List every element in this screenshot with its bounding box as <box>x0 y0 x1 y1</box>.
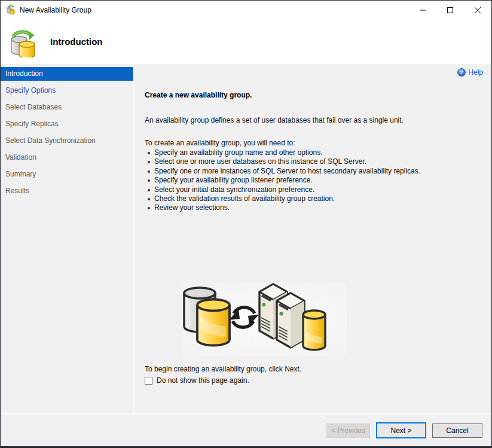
database-replication-icon <box>8 29 37 57</box>
next-button[interactable]: Next > <box>376 422 426 438</box>
sidebar-item-select-databases[interactable]: Select Databases <box>1 100 133 114</box>
help-link[interactable]: ? Help <box>457 68 483 77</box>
wizard-header: Introduction <box>1 19 491 64</box>
bullet-item: Specify an availability group name and o… <box>145 148 420 157</box>
bullet-item: Select one or more user databases on thi… <box>145 157 420 166</box>
do-not-show-checkbox-row[interactable]: Do not show this page again. <box>145 376 249 385</box>
new-availability-group-wizard: New Availability Group <box>0 0 492 448</box>
titlebar: New Availability Group <box>1 1 491 19</box>
bullet-item: Specify your availability group listener… <box>145 176 420 185</box>
bullet-item: Select your initial data synchronization… <box>145 185 420 194</box>
list-intro: To create an availability group, you wil… <box>145 139 295 147</box>
app-icon <box>6 5 16 15</box>
cancel-button[interactable]: Cancel <box>432 423 482 438</box>
sidebar-item-results[interactable]: Results <box>1 184 133 198</box>
close-button[interactable] <box>464 1 491 19</box>
minimize-icon <box>420 7 426 13</box>
sidebar-item-validation[interactable]: Validation <box>1 151 133 164</box>
do-not-show-checkbox[interactable] <box>145 377 152 385</box>
intro-paragraph: An availability group defines a set of u… <box>145 116 404 124</box>
wizard-steps-sidebar: Introduction Specify Options Select Data… <box>1 64 135 413</box>
bullet-item: Check the validation results of availabi… <box>145 194 420 203</box>
wizard-body: Introduction Specify Options Select Data… <box>1 64 491 413</box>
svg-text:?: ? <box>460 69 463 75</box>
maximize-icon <box>447 7 453 13</box>
buttonbar: < Previous Next > Cancel <box>1 415 491 446</box>
do-not-show-label: Do not show this page again. <box>157 376 249 385</box>
steps-bullet-list: Specify an availability group name and o… <box>145 148 420 213</box>
sidebar-item-summary[interactable]: Summary <box>1 167 133 181</box>
help-label: Help <box>468 68 483 77</box>
introduction-page: ? Help Create a new availability group. … <box>135 64 491 413</box>
bullet-item: Specify one or more instances of SQL Ser… <box>145 167 420 176</box>
window-title: New Availability Group <box>20 6 91 14</box>
sidebar-item-specify-replicas[interactable]: Specify Replicas <box>1 117 133 131</box>
bullet-item: Review your selections. <box>145 203 420 212</box>
maximize-button[interactable] <box>436 1 464 19</box>
content-heading: Create a new availability group. <box>145 91 252 99</box>
page-title: Introduction <box>50 36 102 47</box>
previous-button[interactable]: < Previous <box>326 423 370 438</box>
sidebar-item-specify-options[interactable]: Specify Options <box>1 84 133 97</box>
sidebar-item-select-data-synchronization[interactable]: Select Data Synchronization <box>1 134 133 148</box>
footer-instruction: To begin creating an availability group,… <box>145 365 301 373</box>
question-mark-circle-icon: ? <box>457 68 466 77</box>
minimize-button[interactable] <box>409 1 436 19</box>
sidebar-item-introduction[interactable]: Introduction <box>1 67 133 81</box>
databases-sync-servers-illustration <box>182 283 347 356</box>
close-icon <box>475 7 481 13</box>
